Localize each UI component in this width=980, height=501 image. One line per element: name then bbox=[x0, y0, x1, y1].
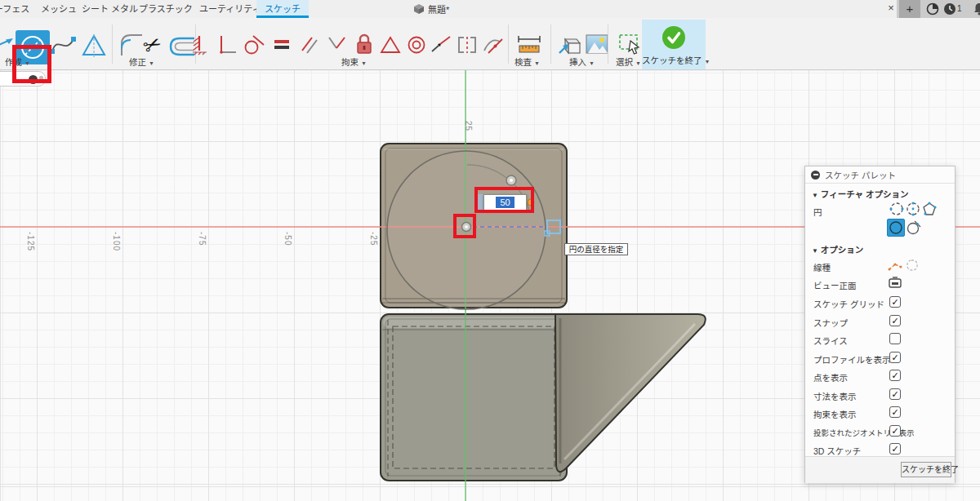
checkbox-snap[interactable]: ✓ bbox=[889, 315, 901, 326]
palette-header[interactable]: スケッチ パレット bbox=[805, 166, 955, 184]
circle-mode-center-icon[interactable] bbox=[889, 202, 904, 216]
toolbar-divider bbox=[508, 24, 509, 64]
section-feature-options[interactable]: ▼ フィーチャ オプション bbox=[812, 188, 908, 200]
insert-derive-icon[interactable] bbox=[557, 32, 581, 56]
constraint-lock-icon[interactable] bbox=[353, 33, 376, 55]
constraint-perpendicular-icon[interactable] bbox=[216, 34, 238, 55]
constraint-coincident-icon[interactable] bbox=[326, 34, 347, 55]
spline-tool-icon[interactable] bbox=[49, 33, 77, 57]
group-label-inspect[interactable]: 検査 ▼ bbox=[514, 55, 540, 68]
constraint-symmetry-icon[interactable] bbox=[457, 34, 478, 55]
mirror-tool-icon[interactable] bbox=[80, 33, 108, 59]
checkbox-slice[interactable] bbox=[889, 333, 901, 344]
toolbar-divider bbox=[550, 24, 551, 64]
row-label-snap: スナップ bbox=[813, 317, 848, 329]
row-label-show-profile: プロファイルを表示 bbox=[813, 353, 891, 366]
constraint-concentric-icon[interactable] bbox=[406, 34, 427, 55]
fusion360-window: サーフェス メッシュ シート メタル プラスチック ユーティリティ スケッチ 無… bbox=[0, 0, 980, 501]
document-cube-icon bbox=[413, 3, 425, 15]
constraint-parallel-icon[interactable] bbox=[299, 34, 320, 55]
group-label-insert[interactable]: 挿入 ▼ bbox=[569, 55, 595, 68]
group-label-constraints[interactable]: 拘束 ▼ bbox=[341, 55, 367, 68]
row-label-linetype: 線種 bbox=[813, 261, 831, 273]
circle-mode-selected-tile[interactable] bbox=[887, 219, 905, 237]
sketch-toolbar: ✂ bbox=[0, 18, 980, 70]
row-label-show-points: 点を表示 bbox=[813, 371, 848, 384]
history-clock-icon[interactable] bbox=[943, 2, 956, 16]
new-tab-icon[interactable]: + bbox=[899, 0, 920, 18]
circle-mode-3tangent-icon[interactable] bbox=[922, 202, 937, 216]
x-axis-tick-label: -25 bbox=[369, 232, 378, 246]
tab-utilities[interactable]: ユーティリティ bbox=[199, 0, 252, 18]
tab-sketch[interactable]: スケッチ bbox=[256, 0, 309, 18]
x-axis-tick-label: -125 bbox=[26, 232, 35, 251]
constraint-fix-icon[interactable] bbox=[189, 34, 211, 55]
finish-sketch-label: スケッチを終了 ▼ bbox=[642, 54, 706, 66]
clock-badge-count: 1 bbox=[957, 4, 962, 13]
insert-image-icon[interactable] bbox=[585, 33, 609, 55]
x-axis-tick-label: -50 bbox=[283, 232, 292, 246]
linetype-construction-icon[interactable] bbox=[888, 258, 902, 273]
circle-row-label: 円 bbox=[813, 206, 822, 218]
constraint-polygon-icon[interactable] bbox=[380, 34, 401, 55]
fillet-tool-icon[interactable] bbox=[118, 31, 145, 59]
sketch-palette: スケッチ パレット ▼ フィーチャ オプション 円 bbox=[804, 166, 956, 483]
annotation-box-center-point bbox=[453, 214, 476, 238]
row-label-slice: スライス bbox=[813, 335, 848, 347]
constraint-equal-icon[interactable] bbox=[271, 34, 292, 55]
green-check-icon bbox=[662, 26, 685, 49]
annotation-box-input bbox=[474, 187, 534, 213]
circle-mode-2point-icon[interactable] bbox=[906, 202, 920, 216]
y-axis-tick-label: 25 bbox=[464, 121, 473, 131]
row-label-show-constraints: 拘束を表示 bbox=[813, 408, 857, 420]
row-label-sketch-grid: スケッチ グリッド bbox=[813, 298, 884, 310]
palette-title: スケッチ パレット bbox=[825, 169, 896, 181]
checkbox-show-constraints[interactable]: ✓ bbox=[889, 406, 901, 418]
palette-finish-sketch-button[interactable]: スケッチを終了 bbox=[901, 462, 951, 477]
palette-menu-icon[interactable] bbox=[811, 171, 820, 180]
cursor-tooltip: 円の直径を指定 bbox=[564, 243, 628, 255]
annotation-box-circle-tool bbox=[12, 45, 51, 83]
checkbox-show-dimensions[interactable]: ✓ bbox=[889, 388, 901, 400]
model-triangle-flap[interactable] bbox=[555, 314, 706, 472]
finish-sketch-button[interactable]: スケッチを終了 ▼ bbox=[642, 20, 706, 69]
model-bottom-face[interactable] bbox=[381, 314, 567, 481]
tab-surface[interactable]: サーフェス bbox=[0, 0, 33, 18]
look-at-icon[interactable] bbox=[888, 276, 902, 290]
checkbox-sketch-grid[interactable]: ✓ bbox=[889, 296, 901, 308]
measure-tool-icon[interactable] bbox=[517, 34, 541, 55]
close-tab-icon[interactable]: × bbox=[885, 2, 897, 14]
row-label-3d-sketch: 3D スケッチ bbox=[813, 445, 861, 457]
group-label-modify[interactable]: 修正 ▼ bbox=[129, 55, 154, 68]
notification-bell-icon[interactable] bbox=[973, 2, 980, 16]
x-axis-tick-label: -75 bbox=[198, 232, 207, 246]
checkbox-show-profile[interactable]: ✓ bbox=[889, 352, 901, 363]
tab-sheet-metal[interactable]: シート メタル bbox=[82, 0, 136, 18]
section-options[interactable]: ▼ オプション bbox=[812, 243, 863, 255]
toolbar-divider bbox=[112, 24, 113, 64]
linetype-centerline-icon[interactable] bbox=[905, 258, 920, 273]
palette-footer: スケッチを終了 bbox=[805, 456, 955, 483]
document-title-cluster: 無題* bbox=[413, 2, 449, 16]
checkbox-3d-sketch[interactable]: ✓ bbox=[889, 443, 901, 454]
extensions-pie-icon[interactable] bbox=[926, 2, 939, 16]
circumference-point[interactable] bbox=[506, 175, 516, 185]
tab-mesh[interactable]: メッシュ bbox=[39, 0, 78, 18]
x-axis-tick-label: -100 bbox=[112, 232, 121, 251]
constraint-tangent-icon[interactable] bbox=[243, 34, 265, 55]
row-label-show-dimensions: 寸法を表示 bbox=[813, 390, 857, 402]
row-label-look-at: ビュー正面 bbox=[813, 279, 857, 291]
tab-plastic[interactable]: プラスチック bbox=[139, 0, 189, 18]
toolbar-divider bbox=[608, 24, 608, 64]
checkbox-show-projected[interactable]: ✓ bbox=[889, 425, 901, 437]
checkbox-show-points[interactable]: ✓ bbox=[889, 370, 901, 381]
constraint-curvature-icon[interactable] bbox=[483, 34, 504, 55]
constraint-midpoint-icon[interactable] bbox=[430, 34, 452, 55]
document-title: 無題* bbox=[428, 2, 449, 16]
group-label-select[interactable]: 選択 ▼ bbox=[616, 55, 641, 68]
toolbar-tab-row: サーフェス メッシュ シート メタル プラスチック ユーティリティ スケッチ 無… bbox=[0, 0, 980, 18]
circle-mode-2tangent-icon[interactable] bbox=[906, 220, 921, 235]
select-tool-icon[interactable] bbox=[617, 33, 642, 57]
